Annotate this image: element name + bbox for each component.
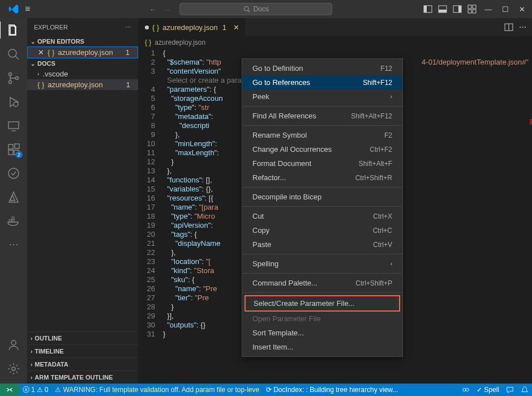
chevron-right-icon: › — [31, 335, 32, 342]
check-icon: ✓ — [477, 386, 482, 394]
chevron-right-icon: › — [31, 361, 32, 368]
source-control-icon[interactable] — [7, 71, 20, 85]
docs-section[interactable]: ⌄ DOCS — [27, 58, 138, 69]
explorer-header: EXPLORER ⋯ — [27, 18, 138, 36]
more-icon[interactable]: ⋯ — [8, 238, 19, 250]
feedback-icon[interactable] — [503, 386, 517, 394]
menu-item-cut[interactable]: CutCtrl+X — [242, 209, 402, 223]
svg-point-18 — [14, 102, 18, 107]
breadcrumb[interactable]: { } azuredeploy.json — [138, 36, 532, 49]
panel-right-icon[interactable] — [453, 5, 462, 14]
menu-separator — [242, 125, 402, 126]
svg-rect-28 — [12, 217, 14, 219]
nav-back-icon[interactable]: ← — [149, 5, 156, 14]
metadata-section[interactable]: ›METADATA — [27, 357, 138, 371]
docindex-status[interactable]: ⟳ DocIndex: : Building tree hierarchy vi… — [263, 386, 401, 394]
menu-item-change-all-occurrences[interactable]: Change All OccurrencesCtrl+F2 — [242, 142, 402, 156]
warning-message[interactable]: ⚠ WARNING: Full template validation off.… — [52, 386, 263, 394]
debug-icon[interactable] — [7, 95, 20, 109]
editor-tab[interactable]: { } azuredeploy.json 1 ✕ — [138, 18, 246, 36]
explorer-icon[interactable] — [7, 24, 20, 37]
menu-item-peek[interactable]: Peek› — [242, 90, 402, 104]
close-tab-icon[interactable]: ✕ — [233, 23, 239, 32]
menu-item-find-all-references[interactable]: Find All ReferencesShift+Alt+F12 — [242, 109, 402, 123]
menu-item-decompile-into-bicep[interactable]: Decompile into Bicep — [242, 190, 402, 204]
close-icon[interactable]: ✕ — [38, 48, 44, 57]
search-box[interactable]: Docs — [179, 3, 332, 15]
error-icon: ⓧ — [23, 385, 29, 395]
notifications-icon[interactable] — [517, 386, 532, 394]
warning-icon: ⚠ — [55, 386, 61, 394]
chevron-right-icon: › — [31, 374, 32, 381]
menu-separator — [242, 273, 402, 274]
svg-rect-24 — [15, 144, 19, 148]
chevron-right-icon: › — [391, 261, 392, 267]
panel-left-icon[interactable] — [423, 5, 432, 14]
menu-item-insert-item[interactable]: Insert Item... — [242, 340, 402, 354]
menu-item-rename-symbol[interactable]: Rename SymbolF2 — [242, 128, 402, 142]
settings-icon[interactable] — [7, 362, 20, 376]
chevron-down-icon: ⌄ — [31, 61, 35, 67]
svg-point-16 — [16, 77, 19, 80]
outline-section[interactable]: ›OUTLINE — [27, 331, 138, 344]
extensions-icon[interactable]: 2 — [7, 143, 20, 156]
split-editor-icon[interactable] — [504, 23, 513, 32]
panel-bottom-icon[interactable] — [438, 5, 447, 14]
menu-item-command-palette[interactable]: Command Palette...Ctrl+Shift+P — [242, 276, 402, 290]
azure-icon[interactable] — [7, 190, 20, 204]
titlebar: ≡ ← → Docs — ☐ ✕ — [0, 0, 532, 18]
svg-rect-11 — [473, 10, 476, 13]
sync-icon: ⟳ — [266, 386, 272, 394]
svg-rect-22 — [8, 150, 13, 155]
chevron-right-icon: › — [37, 71, 39, 77]
more-icon[interactable]: ⋯ — [125, 24, 131, 31]
menu-item-refactor[interactable]: Refactor...Ctrl+Shift+R — [242, 171, 402, 185]
menu-item-go-to-definition[interactable]: Go to DefinitionF12 — [242, 61, 402, 75]
svg-rect-5 — [439, 10, 447, 12]
file-item[interactable]: { } azuredeploy.json 1 — [27, 79, 138, 90]
search-placeholder: Docs — [254, 5, 269, 13]
layout-icon[interactable] — [467, 5, 477, 14]
remote-explorer-icon[interactable] — [7, 119, 20, 133]
nav-arrows: ← → — [149, 5, 170, 14]
menu-separator — [242, 206, 402, 207]
docker-icon[interactable] — [7, 214, 20, 228]
account-icon[interactable] — [7, 338, 20, 352]
menu-item-format-document[interactable]: Format DocumentShift+Alt+F — [242, 156, 402, 171]
more-icon[interactable]: ⋯ — [519, 23, 526, 32]
svg-line-13 — [15, 56, 19, 59]
open-editors-section[interactable]: ⌄ OPEN EDITORS — [27, 36, 138, 46]
open-editor-item[interactable]: ✕ { } azuredeploy.json 1 — [27, 46, 138, 58]
svg-point-29 — [11, 340, 16, 345]
menu-item-paste[interactable]: PasteCtrl+V — [242, 237, 402, 252]
search-icon — [243, 6, 250, 12]
timeline-section[interactable]: ›TIMELINE — [27, 344, 138, 357]
menu-item-go-to-references[interactable]: Go to ReferencesShift+F12 — [242, 75, 402, 90]
spell-status[interactable]: ✓Spell — [473, 386, 503, 394]
menu-item-sort-template[interactable]: Sort Template... — [242, 326, 402, 340]
folder-item[interactable]: › .vscode — [27, 69, 138, 79]
testing-icon[interactable] — [7, 167, 20, 180]
problems-indicator[interactable]: ⓧ1 ⚠0 — [19, 385, 52, 395]
svg-rect-7 — [458, 6, 461, 12]
menu-icon[interactable]: ≡ — [25, 4, 30, 14]
layout-icons — [423, 5, 477, 14]
chevron-right-icon: › — [391, 93, 392, 100]
explorer-sidebar: EXPLORER ⋯ ⌄ OPEN EDITORS ✕ { } azuredep… — [27, 18, 138, 384]
arm-template-section[interactable]: ›ARM TEMPLATE OUTLINE — [27, 371, 138, 384]
remote-indicator[interactable] — [0, 384, 19, 396]
svg-point-0 — [244, 7, 248, 11]
menu-item-spelling[interactable]: Spelling› — [242, 257, 402, 271]
minimize-icon[interactable]: — — [484, 5, 492, 14]
svg-rect-3 — [424, 6, 427, 12]
nav-forward-icon[interactable]: → — [163, 5, 170, 14]
close-icon[interactable]: ✕ — [519, 5, 525, 14]
menu-item-copy[interactable]: CopyCtrl+C — [242, 223, 402, 237]
search-activity-icon[interactable] — [7, 48, 20, 61]
svg-rect-21 — [8, 144, 13, 149]
copilot-icon[interactable] — [458, 386, 473, 394]
menu-item-select-create-parameter-file[interactable]: Select/Create Parameter File... — [244, 295, 400, 312]
statusbar: ⓧ1 ⚠0 ⚠ WARNING: Full template validatio… — [0, 384, 532, 396]
maximize-icon[interactable]: ☐ — [502, 5, 509, 14]
svg-rect-19 — [8, 122, 19, 129]
